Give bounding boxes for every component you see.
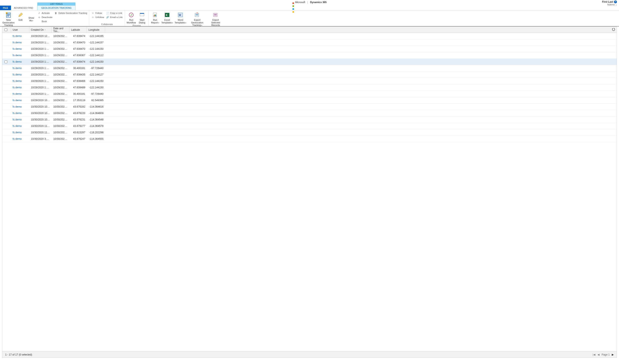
- help-icon[interactable]: ?: [614, 0, 617, 3]
- microsoft-label: Microsoft: [295, 1, 305, 4]
- svg-rect-18: [196, 14, 198, 14]
- svg-rect-2: [7, 15, 10, 15]
- deactivate-icon: ⦸: [38, 16, 41, 19]
- product-label: Dynamics 365: [310, 1, 326, 4]
- svg-rect-1: [7, 14, 10, 14]
- tab-geolocation-tracking[interactable]: GEOLOCATION TRACKING: [37, 5, 75, 10]
- svg-rect-21: [214, 14, 217, 14]
- svg-rect-8: [140, 13, 144, 14]
- dialog-icon: [139, 12, 145, 18]
- svg-rect-10: [154, 15, 155, 16]
- excel-templates-button[interactable]: X Excel Templates▾: [161, 11, 173, 24]
- user-display-name: First Last: [602, 0, 613, 3]
- unfollow-button[interactable]: ☆Unfollow: [91, 15, 105, 19]
- export-selected-icon: [212, 12, 219, 18]
- brand-separator: |: [307, 1, 308, 4]
- word-templates-button[interactable]: W Word Templates▾: [174, 11, 187, 24]
- deactivate-button[interactable]: ⦸Deactivate: [37, 15, 53, 19]
- group-label-process: Process: [126, 24, 147, 27]
- book-button[interactable]: Book: [37, 19, 53, 23]
- user-area[interactable]: First Last ? fsdemo ⌂: [602, 0, 617, 6]
- activate-button[interactable]: ✓Activate: [37, 11, 53, 15]
- ribbon-group-collaborate: ☆Follow ☆Unfollow 📄Copy a Link 🔗Email a …: [89, 10, 125, 26]
- ribbon-group-data: Run Report▾ X Excel Templates▾ W Word Te…: [149, 10, 225, 26]
- edit-icon: [17, 12, 24, 18]
- chevron-down-icon: ▾: [201, 25, 202, 26]
- delete-geolocation-button[interactable]: 🗑Delete Geolocation Tracking: [54, 11, 88, 15]
- svg-rect-12: [155, 15, 156, 16]
- chevron-down-icon: ▾: [32, 20, 33, 22]
- brand-bar: Microsoft | Dynamics 365 First Last ? fs…: [0, 0, 619, 5]
- user-login: fsdemo: [607, 3, 615, 6]
- svg-rect-19: [196, 15, 198, 15]
- ribbon-tabs: FILE ADVANCED FIND LIST TOOLS GEOLOCATIO…: [0, 5, 619, 10]
- report-icon: [152, 12, 158, 18]
- start-dialog-button[interactable]: Start Dialog: [137, 11, 147, 24]
- svg-text:X: X: [166, 14, 168, 17]
- svg-rect-3: [7, 16, 9, 16]
- run-report-button[interactable]: Run Report▾: [150, 11, 160, 24]
- email-link-button[interactable]: 🔗Email a Link: [105, 15, 123, 19]
- svg-text:W: W: [179, 14, 181, 17]
- tab-file[interactable]: FILE: [0, 6, 11, 10]
- excel-icon: X: [164, 12, 170, 18]
- copy-link-button[interactable]: 📄Copy a Link: [105, 11, 123, 15]
- copy-icon: 📄: [106, 12, 109, 14]
- export-geolocation-button[interactable]: Export Geolocation Tracking▾: [187, 11, 207, 27]
- show-as-icon: [28, 12, 35, 16]
- export-selected-button[interactable]: Export Selected Records: [208, 11, 224, 27]
- home-icon[interactable]: ⌂: [616, 3, 617, 6]
- chevron-down-icon: ▾: [185, 22, 186, 24]
- new-record-icon: ★: [5, 12, 12, 18]
- microsoft-logo-icon: [293, 2, 294, 3]
- check-icon: ✓: [38, 12, 41, 14]
- group-label-collaborate: Collaborate: [91, 23, 123, 26]
- svg-text:★: ★: [6, 13, 7, 14]
- book-icon: [38, 20, 41, 23]
- follow-button[interactable]: ☆Follow: [91, 11, 105, 15]
- chevron-down-icon: ▾: [158, 22, 159, 24]
- svg-rect-11: [155, 14, 155, 16]
- export-icon: [194, 12, 200, 18]
- ribbon-group-process: Run Workflow Start Dialog Process: [125, 10, 149, 26]
- star-icon: ☆: [91, 12, 94, 14]
- run-workflow-button[interactable]: Run Workflow: [126, 11, 136, 24]
- ribbon: ★ New Geolocation Tracking Edit Show As▾…: [0, 10, 619, 27]
- edit-button[interactable]: Edit: [15, 11, 26, 21]
- ribbon-group-records: ★ New Geolocation Tracking Edit Show As▾…: [1, 10, 89, 26]
- show-as-button[interactable]: Show As▾: [26, 11, 37, 22]
- workflow-icon: [128, 12, 135, 18]
- new-geolocation-button[interactable]: ★ New Geolocation Tracking: [2, 11, 15, 27]
- star-outline-icon: ☆: [91, 16, 94, 19]
- chevron-down-icon: ▾: [172, 22, 173, 24]
- svg-rect-22: [214, 15, 217, 15]
- trash-icon: 🗑: [55, 12, 57, 14]
- link-icon: 🔗: [106, 16, 109, 19]
- tab-advanced-find[interactable]: ADVANCED FIND: [11, 6, 36, 10]
- word-icon: W: [177, 12, 184, 18]
